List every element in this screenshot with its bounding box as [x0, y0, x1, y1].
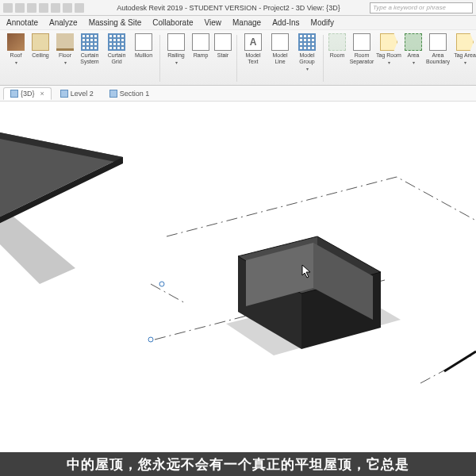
qat-icon[interactable]	[27, 3, 36, 13]
tab-label: {3D}	[21, 90, 35, 98]
tool-curtain-grid[interactable]: Curtain Grid	[104, 33, 129, 65]
tag-area-icon	[456, 33, 474, 51]
chevron-down-icon[interactable]: ▾	[64, 60, 67, 65]
stair-icon	[214, 33, 232, 51]
tool-railing[interactable]: Railing▾	[163, 33, 189, 65]
tag-room-icon	[380, 33, 397, 51]
mullion-icon	[135, 33, 152, 51]
quick-access-toolbar	[0, 3, 87, 13]
model-text-icon: A	[244, 33, 262, 51]
qat-icon[interactable]	[75, 3, 84, 13]
subtitle-text: 中的屋顶，您永远不会有一个真正的平坦屋顶，它总是	[67, 455, 409, 474]
tab-level2[interactable]: Level 2	[53, 87, 101, 100]
tool-floor[interactable]: Floor▾	[55, 33, 75, 65]
cursor-icon	[301, 264, 313, 282]
menu-addins[interactable]: Add-Ins	[272, 18, 299, 27]
wall-segment	[444, 351, 476, 371]
room-icon	[328, 33, 346, 51]
tool-label: Area	[408, 52, 420, 59]
svg-marker-0	[0, 209, 75, 284]
menu-manage[interactable]: Manage	[232, 18, 261, 27]
menu-analyze[interactable]: Analyze	[49, 18, 78, 27]
chevron-down-icon[interactable]: ▾	[464, 60, 466, 65]
tool-model-text[interactable]: AModel Text	[240, 33, 266, 65]
tool-label: Room Separator	[349, 52, 374, 65]
tool-stair[interactable]: Stair	[213, 33, 233, 59]
tool-mullion[interactable]: Mullion	[131, 33, 156, 59]
wall-box	[226, 236, 401, 355]
view-tabs: {3D} × Level 2 Section 1	[0, 86, 476, 102]
tab-section1[interactable]: Section 1	[102, 87, 157, 100]
tool-label: Curtain Grid	[104, 52, 129, 65]
qat-icon[interactable]	[63, 3, 72, 13]
ribbon: Roof▾CeilingFloor▾Curtain SystemCurtain …	[0, 30, 476, 86]
qat-icon[interactable]	[39, 3, 48, 13]
ceiling-icon	[32, 33, 49, 51]
tool-area[interactable]: Area▾	[403, 33, 424, 65]
close-icon[interactable]: ×	[40, 90, 44, 98]
qat-icon[interactable]	[51, 3, 60, 13]
separator	[236, 35, 237, 82]
tool-label: Model Line	[267, 52, 293, 65]
room-separator-icon	[353, 33, 370, 51]
menu-annotate[interactable]: Annotate	[6, 18, 38, 27]
tool-room[interactable]: Room	[327, 33, 347, 59]
tool-label: Curtain System	[77, 52, 102, 65]
tool-label: Ramp	[194, 52, 209, 59]
level-marker[interactable]	[148, 337, 153, 342]
qat-icon[interactable]	[3, 3, 13, 13]
tool-label: Mullion	[135, 52, 152, 59]
tool-label: Ceiling	[32, 52, 48, 59]
roof-icon	[7, 33, 25, 51]
railing-icon	[167, 33, 185, 51]
view-icon	[60, 90, 68, 98]
view-icon	[109, 90, 117, 98]
tool-area-boundary[interactable]: Area Boundary	[425, 33, 451, 65]
menu-massing[interactable]: Massing & Site	[89, 18, 142, 27]
chevron-down-icon[interactable]: ▾	[388, 60, 390, 65]
qat-icon[interactable]	[15, 3, 25, 13]
tool-ceiling[interactable]: Ceiling	[28, 33, 53, 59]
tool-tag-area[interactable]: Tag Area▾	[452, 33, 476, 65]
search-input[interactable]: Type a keyword or phrase	[370, 2, 473, 13]
window-title: Autodesk Revit 2019 - STUDENT VERSION - …	[87, 4, 370, 12]
tool-label: Room	[330, 52, 345, 59]
tool-label: Stair	[217, 52, 228, 59]
tool-label: Tag Area	[454, 52, 476, 59]
scene-3d	[0, 102, 476, 452]
chevron-down-icon[interactable]: ▾	[15, 60, 17, 65]
chevron-down-icon[interactable]: ▾	[306, 66, 309, 71]
tool-tag-room[interactable]: Tag Room▾	[376, 33, 401, 65]
tool-roof[interactable]: Roof▾	[6, 33, 26, 65]
tab-3d[interactable]: {3D} ×	[3, 87, 52, 100]
tool-label: Railing	[167, 52, 184, 59]
tool-model-line[interactable]: Model Line	[267, 33, 293, 65]
title-bar: Autodesk Revit 2019 - STUDENT VERSION - …	[0, 0, 476, 16]
tool-label: Floor	[59, 52, 71, 59]
chevron-down-icon[interactable]: ▾	[175, 60, 178, 65]
menu-bar: Annotate Analyze Massing & Site Collabor…	[0, 16, 476, 30]
level-marker[interactable]	[159, 282, 164, 286]
menu-view[interactable]: View	[204, 18, 221, 27]
subtitle-overlay: 中的屋顶，您永远不会有一个真正的平坦屋顶，它总是	[0, 452, 476, 476]
ribbon-group-build: Roof▾CeilingFloor▾Curtain SystemCurtain …	[3, 32, 476, 83]
tab-label: Section 1	[120, 90, 150, 98]
tool-ramp[interactable]: Ramp	[190, 33, 211, 59]
chevron-down-icon[interactable]: ▾	[413, 60, 415, 65]
tool-curtain-system[interactable]: Curtain System	[77, 33, 102, 65]
tool-model-group[interactable]: Model Group▾	[294, 33, 320, 71]
tool-room-separator[interactable]: Room Separator	[349, 33, 374, 65]
floor-icon	[56, 33, 74, 51]
area-icon	[405, 33, 422, 51]
view-icon	[10, 90, 18, 98]
menu-modify[interactable]: Modify	[311, 18, 334, 27]
ramp-icon	[192, 33, 209, 51]
curtain-system-icon	[81, 33, 98, 51]
tool-label: Roof	[10, 52, 22, 59]
area-boundary-icon	[429, 33, 447, 51]
tool-label: Model Text	[240, 52, 266, 65]
separator	[159, 35, 160, 82]
model-line-icon	[271, 33, 289, 51]
menu-collaborate[interactable]: Collaborate	[152, 18, 193, 27]
viewport-3d[interactable]	[0, 102, 476, 452]
